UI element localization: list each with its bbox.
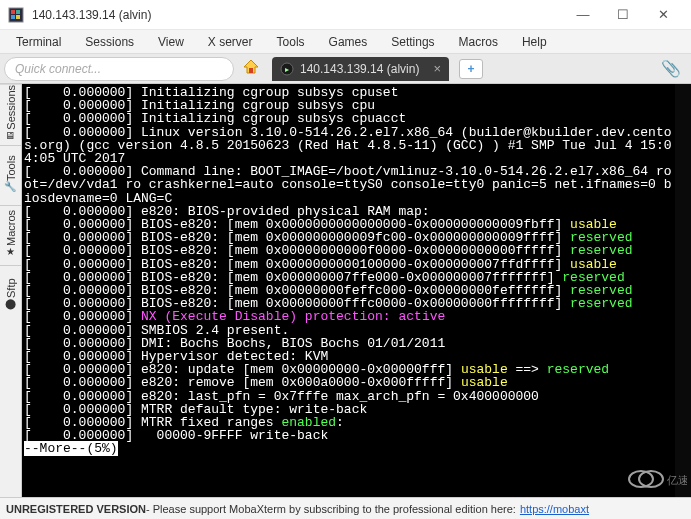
- attachment-icon[interactable]: 📎: [655, 59, 687, 78]
- macros-icon: ★: [6, 246, 15, 257]
- unregistered-label: UNREGISTERED VERSION: [6, 503, 146, 515]
- footer-message: - Please support MobaXterm by subscribin…: [146, 503, 516, 515]
- terminal-icon: ▸: [280, 62, 294, 76]
- sidebar-sessions[interactable]: 🖥Sessions: [0, 84, 21, 145]
- menu-tools[interactable]: Tools: [265, 31, 317, 53]
- svg-text:亿速云: 亿速云: [666, 474, 687, 486]
- main-area: 🖥Sessions 🔧Tools ★Macros ⬤Sftp [ 0.00000…: [0, 84, 691, 497]
- svg-rect-2: [16, 10, 20, 14]
- svg-rect-3: [11, 15, 15, 19]
- sidebar-macros[interactable]: ★Macros: [0, 205, 21, 265]
- maximize-button[interactable]: ☐: [603, 1, 643, 29]
- titlebar: 140.143.139.14 (alvin) — ☐ ✕: [0, 0, 691, 30]
- menu-settings[interactable]: Settings: [379, 31, 446, 53]
- svg-rect-1: [11, 10, 15, 14]
- tools-icon: 🔧: [5, 180, 17, 191]
- svg-text:▸: ▸: [285, 65, 289, 74]
- minimize-button[interactable]: —: [563, 1, 603, 29]
- home-icon: [242, 58, 260, 79]
- menu-terminal[interactable]: Terminal: [4, 31, 73, 53]
- menu-help[interactable]: Help: [510, 31, 559, 53]
- sidebar-tools[interactable]: 🔧Tools: [0, 145, 21, 205]
- menu-games[interactable]: Games: [317, 31, 380, 53]
- menu-xserver[interactable]: X server: [196, 31, 265, 53]
- svg-rect-6: [249, 68, 253, 73]
- quick-connect-input[interactable]: Quick connect...: [4, 57, 234, 81]
- home-button[interactable]: [238, 57, 264, 81]
- status-bar: UNREGISTERED VERSION - Please support Mo…: [0, 497, 691, 519]
- menubar: Terminal Sessions View X server Tools Ga…: [0, 30, 691, 54]
- menu-sessions[interactable]: Sessions: [73, 31, 146, 53]
- session-tab[interactable]: ▸ 140.143.139.14 (alvin) ×: [272, 57, 449, 81]
- tab-label: 140.143.139.14 (alvin): [300, 62, 419, 76]
- menu-macros[interactable]: Macros: [447, 31, 510, 53]
- sessions-icon: 🖥: [6, 130, 16, 141]
- toolbar: Quick connect... ▸ 140.143.139.14 (alvin…: [0, 54, 691, 84]
- sidebar-sftp[interactable]: ⬤Sftp: [0, 265, 21, 325]
- menu-view[interactable]: View: [146, 31, 196, 53]
- terminal-output[interactable]: [ 0.000000] Initializing cgroup subsys c…: [22, 84, 675, 497]
- more-prompt[interactable]: --More--(5%): [24, 441, 118, 456]
- terminal-scrollbar[interactable]: [675, 84, 691, 497]
- close-button[interactable]: ✕: [643, 1, 683, 29]
- window-title: 140.143.139.14 (alvin): [32, 8, 563, 22]
- watermark-logo: 亿速云: [627, 466, 687, 495]
- app-icon: [8, 7, 24, 23]
- sftp-icon: ⬤: [5, 297, 16, 308]
- new-tab-button[interactable]: +: [459, 59, 483, 79]
- sidebar: 🖥Sessions 🔧Tools ★Macros ⬤Sftp: [0, 84, 22, 497]
- svg-rect-4: [16, 15, 20, 19]
- footer-link[interactable]: https://mobaxt: [520, 503, 589, 515]
- tab-close-button[interactable]: ×: [433, 61, 441, 76]
